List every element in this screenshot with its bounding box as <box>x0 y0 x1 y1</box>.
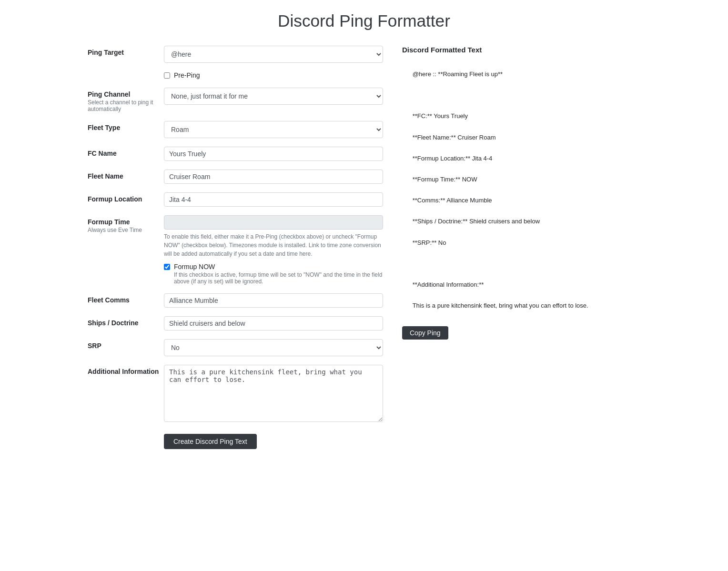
ping-target-row: Ping Target @here @everyone @role <box>88 46 383 63</box>
form-section: Ping Target @here @everyone @role Pre-Pi… <box>88 46 383 449</box>
srp-select[interactable]: No Yes Partial <box>164 339 383 356</box>
fleet-name-label: Fleet Name <box>88 172 123 180</box>
ping-channel-label: Ping Channel <box>88 90 164 98</box>
fc-name-label: FC Name <box>88 150 117 157</box>
fleet-comms-label: Fleet Comms <box>88 296 130 304</box>
additional-info-label: Additional Information <box>88 368 159 375</box>
formup-location-label: Formup Location <box>88 195 142 203</box>
additional-info-row: Additional Information This is a pure ki… <box>88 365 383 423</box>
output-section: Discord Formatted Text @here :: **Roamin… <box>402 46 640 449</box>
fleet-type-label: Fleet Type <box>88 124 120 131</box>
pre-ping-checkbox[interactable] <box>164 72 170 79</box>
formup-now-label: Formup NOW <box>174 263 215 270</box>
create-button-row: Create Discord Ping Text <box>88 432 383 449</box>
fleet-type-select[interactable]: Roam Structure Defense Other <box>164 121 383 138</box>
formup-time-label: Formup Time <box>88 218 164 226</box>
formup-time-sublabel: Always use Eve Time <box>88 227 164 233</box>
formup-now-desc: If this checkbox is active, formup time … <box>174 271 383 285</box>
fleet-type-row: Fleet Type Roam Structure Defense Other <box>88 121 383 138</box>
ping-target-label: Ping Target <box>88 49 124 56</box>
formup-now-checkbox[interactable] <box>164 264 170 270</box>
fleet-comms-row: Fleet Comms <box>88 293 383 308</box>
fleet-comms-input[interactable] <box>164 293 383 308</box>
formup-time-hint: To enable this field, either make it a P… <box>164 232 383 258</box>
ping-target-select[interactable]: @here @everyone @role <box>164 46 383 63</box>
ping-channel-sublabel: Select a channel to ping it automaticall… <box>88 99 164 112</box>
additional-info-textarea[interactable]: This is a pure kitchensink fleet, bring … <box>164 365 383 422</box>
ping-channel-select[interactable]: None, just format it for me #fleet-pings… <box>164 88 383 105</box>
create-ping-button[interactable]: Create Discord Ping Text <box>164 434 257 449</box>
pre-ping-row: Pre-Ping <box>88 71 383 79</box>
formup-time-row: Formup Time Always use Eve Time To enabl… <box>88 215 383 285</box>
pre-ping-label: Pre-Ping <box>174 71 200 79</box>
ships-doctrine-label: Ships / Doctrine <box>88 319 139 327</box>
formup-location-input[interactable] <box>164 192 383 207</box>
output-title: Discord Formatted Text <box>402 46 640 54</box>
output-text: @here :: **Roaming Fleet is up** **FC:**… <box>402 59 640 321</box>
srp-label: SRP <box>88 342 101 350</box>
fleet-name-input[interactable] <box>164 170 383 184</box>
formup-location-row: Formup Location <box>88 192 383 207</box>
ships-doctrine-row: Ships / Doctrine <box>88 316 383 331</box>
fleet-name-row: Fleet Name <box>88 170 383 184</box>
page-title: Discord Ping Formatter <box>0 0 728 46</box>
formup-now-row: Formup NOW If this checkbox is active, f… <box>164 263 383 285</box>
ping-channel-row: Ping Channel Select a channel to ping it… <box>88 88 383 112</box>
copy-ping-button[interactable]: Copy Ping <box>402 326 448 340</box>
formup-time-input[interactable] <box>164 215 383 230</box>
fc-name-input[interactable] <box>164 147 383 161</box>
fc-name-row: FC Name <box>88 147 383 161</box>
srp-row: SRP No Yes Partial <box>88 339 383 356</box>
ships-doctrine-input[interactable] <box>164 316 383 331</box>
